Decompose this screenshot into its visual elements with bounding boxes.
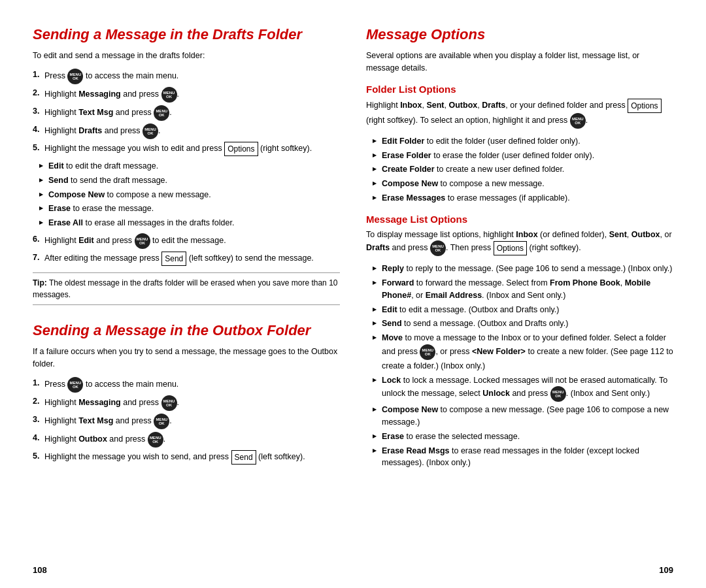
message-options-section: Message Options Several options are avai… [366,26,673,473]
bullet-edit: Edit to edit the draft message. [39,160,340,172]
drafts-step-5: 5. Highlight the message you wish to edi… [33,142,340,156]
page-container: Sending a Message in the Drafts Folder T… [0,0,706,588]
folder-bullet-create: Create Folder to create a new user defin… [373,163,673,176]
page-number-right: 109 [659,565,673,575]
msg-bullet-reply: Reply to reply to the message. (See page… [373,263,673,275]
outbox-step-2: 2. Highlight Messaging and press MENUOK. [33,395,340,411]
folder-list-title: Folder List Options [366,84,673,95]
folder-options-btn: Options [628,99,661,113]
menu-button-1: MENUOK [67,69,83,84]
msg-bullet-edit: Edit to edit a message. (Outbox and Draf… [373,304,673,316]
msg-bullet-lock: Lock to lock a message. Locked messages … [373,374,673,402]
outbox-step-4: 4. Highlight Outbox and press MENUOK. [33,432,340,448]
msg-list-intro: To display message list options, highlig… [366,229,673,257]
tip-box: Tip: The oldest message in the drafts fo… [33,272,340,305]
msg-bullet-erase: Erase to erase the selected message. [373,431,673,443]
move-menu-btn: MENUOK [420,344,435,360]
outbox-intro: If a failure occurs when you try to send… [33,346,340,370]
menu-button-3: MENUOK [154,105,169,121]
msg-bullet-send: Send to send a message. (Outbox and Draf… [373,318,673,330]
outbox-step-3: 3. Highlight Text Msg and press MENUOK. [33,414,340,429]
drafts-step-4: 4. Highlight Drafts and press MENUOK. [33,123,340,139]
folder-bullet-edit: Edit Folder to edit the folder (user def… [373,135,673,148]
msg-bullet-erase-read: Erase Read Msgs to erase read messages i… [373,445,673,470]
msg-bullet-forward: Forward to forward the message. Select f… [373,277,673,302]
outbox-section-title: Sending a Message in the Outbox Folder [33,322,340,339]
msg-list-bullets: Reply to reply to the message. (See page… [366,263,673,469]
msg-list-options-btn: Options [494,241,527,255]
outbox-menu-btn-1: MENUOK [67,377,83,393]
folder-bullet-compose: Compose New to compose a new message. [373,178,673,190]
left-column: Sending a Message in the Drafts Folder T… [33,26,340,568]
right-column: Message Options Several options are avai… [366,26,673,568]
drafts-step-3: 3. Highlight Text Msg and press MENUOK. [33,105,340,121]
outbox-step-5: 5. Highlight the message you wish to sen… [33,450,340,465]
msg-bullet-compose: Compose New to compose a new message. (S… [373,404,673,429]
bullet-erase-all: Erase All to erase all messages in the d… [39,217,340,229]
outbox-steps-list: 1. Press MENUOK to access the main menu.… [33,377,340,465]
folder-list-intro: Highlight Inbox, Sent, Outbox, Drafts, o… [366,99,673,129]
drafts-section-title: Sending a Message in the Drafts Folder [33,26,340,43]
drafts-step-6: 6. Highlight Edit and press MENUOK to ed… [33,233,340,249]
bullet-erase: Erase to erase the message. [39,203,340,215]
drafts-intro: To edit and send a message in the drafts… [33,50,340,62]
drafts-step-2: 2. Highlight Messaging and press MENUOK. [33,87,340,103]
message-list-options: Message List Options To display message … [366,214,673,470]
msg-options-title: Message Options [366,26,673,43]
options-button-5: Options [224,142,258,156]
outbox-section: Sending a Message in the Outbox Folder I… [33,322,340,468]
drafts-step-7: 7. After editing the message press Send … [33,252,340,266]
outbox-menu-btn-3: MENUOK [154,414,169,429]
bullet-send: Send to send the draft message. [39,174,340,187]
send-button-7: Send [161,252,186,266]
msg-list-title: Message List Options [366,214,673,225]
page-number-left: 108 [33,565,47,575]
outbox-menu-btn-2: MENUOK [161,395,177,411]
folder-list-options: Folder List Options Highlight Inbox, Sen… [366,84,673,204]
lock-menu-btn: MENUOK [550,386,566,402]
folder-bullet-erase-msgs: Erase Messages to erase messages (if app… [373,192,673,204]
drafts-steps-list-2: 6. Highlight Edit and press MENUOK to ed… [33,233,340,266]
folder-bullets: Edit Folder to edit the folder (user def… [366,135,673,204]
outbox-menu-btn-4: MENUOK [148,432,163,448]
bullet-compose-new: Compose New to compose a new message. [39,189,340,201]
folder-menu-btn: MENUOK [570,113,586,129]
drafts-steps-list: 1. Press MENUOK to access the main menu.… [33,69,340,156]
page-wrapper: Sending a Message in the Drafts Folder T… [0,0,706,588]
drafts-section: Sending a Message in the Drafts Folder T… [33,26,340,312]
folder-bullet-erase: Erase Folder to erase the folder (user d… [373,150,673,162]
menu-button-6: MENUOK [135,233,150,249]
msg-list-menu-btn: MENUOK [430,240,446,256]
outbox-send-btn: Send [231,450,256,465]
drafts-bullets: Edit to edit the draft message. Send to … [33,160,340,229]
menu-button-2: MENUOK [161,87,177,103]
msg-bullet-move: Move to move a message to the Inbox or t… [373,332,673,372]
outbox-step-1: 1. Press MENUOK to access the main menu. [33,377,340,393]
menu-button-4: MENUOK [143,123,158,139]
tip-label: Tip: [33,278,47,287]
drafts-step-1: 1. Press MENUOK to access the main menu. [33,69,340,84]
msg-options-intro: Several options are available when you d… [366,50,673,74]
